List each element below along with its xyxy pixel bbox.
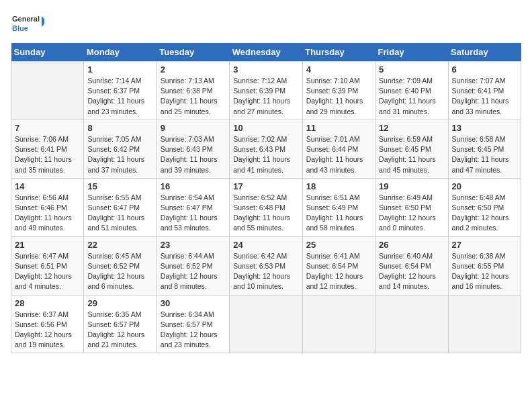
calendar-cell: 18Sunrise: 6:51 AM Sunset: 6:49 PM Dayli… [302, 178, 375, 236]
day-number: 26 [379, 240, 444, 250]
day-number: 15 [87, 181, 152, 191]
calendar-cell: 20Sunrise: 6:48 AM Sunset: 6:50 PM Dayli… [448, 178, 521, 236]
calendar-week-2: 7Sunrise: 7:06 AM Sunset: 6:41 PM Daylig… [11, 120, 521, 178]
calendar-cell: 26Sunrise: 6:40 AM Sunset: 6:54 PM Dayli… [375, 236, 448, 295]
day-detail: Sunrise: 6:42 AM Sunset: 6:53 PM Dayligh… [233, 251, 298, 292]
day-detail: Sunrise: 6:40 AM Sunset: 6:54 PM Dayligh… [379, 251, 444, 292]
day-number: 28 [15, 298, 80, 308]
calendar-cell: 28Sunrise: 6:37 AM Sunset: 6:56 PM Dayli… [11, 295, 84, 353]
svg-text:General: General [12, 15, 40, 23]
day-number: 29 [87, 298, 152, 308]
calendar-cell: 14Sunrise: 6:56 AM Sunset: 6:46 PM Dayli… [11, 178, 84, 236]
weekday-header-thursday: Thursday [302, 43, 375, 62]
calendar-week-3: 14Sunrise: 6:56 AM Sunset: 6:46 PM Dayli… [11, 178, 521, 236]
calendar-cell [375, 295, 448, 353]
day-detail: Sunrise: 6:45 AM Sunset: 6:52 PM Dayligh… [87, 251, 152, 292]
day-number: 3 [233, 64, 298, 75]
day-detail: Sunrise: 7:02 AM Sunset: 6:43 PM Dayligh… [233, 134, 298, 175]
calendar-cell: 22Sunrise: 6:45 AM Sunset: 6:52 PM Dayli… [84, 236, 157, 295]
weekday-header-wednesday: Wednesday [230, 43, 302, 62]
weekday-header-tuesday: Tuesday [157, 43, 229, 62]
calendar-cell [302, 295, 375, 353]
calendar-cell: 15Sunrise: 6:55 AM Sunset: 6:47 PM Dayli… [84, 178, 157, 236]
day-detail: Sunrise: 6:54 AM Sunset: 6:47 PM Dayligh… [161, 193, 226, 234]
day-number: 19 [379, 181, 444, 191]
day-number: 21 [15, 240, 80, 250]
calendar-cell: 25Sunrise: 6:41 AM Sunset: 6:54 PM Dayli… [302, 236, 375, 295]
calendar-week-5: 28Sunrise: 6:37 AM Sunset: 6:56 PM Dayli… [11, 295, 521, 353]
calendar-cell: 8Sunrise: 7:05 AM Sunset: 6:42 PM Daylig… [84, 120, 157, 178]
page-header: General Blue [11, 11, 521, 35]
day-detail: Sunrise: 7:10 AM Sunset: 6:39 PM Dayligh… [306, 76, 371, 117]
day-detail: Sunrise: 6:55 AM Sunset: 6:47 PM Dayligh… [87, 193, 152, 234]
calendar-cell: 11Sunrise: 7:01 AM Sunset: 6:44 PM Dayli… [302, 120, 375, 178]
day-number: 23 [161, 240, 226, 250]
calendar-table: SundayMondayTuesdayWednesdayThursdayFrid… [11, 43, 521, 353]
day-number: 2 [161, 64, 226, 75]
day-number: 27 [452, 240, 517, 250]
calendar-cell: 19Sunrise: 6:49 AM Sunset: 6:50 PM Dayli… [375, 178, 448, 236]
calendar-cell: 1Sunrise: 7:14 AM Sunset: 6:37 PM Daylig… [84, 62, 157, 120]
calendar-week-1: 1Sunrise: 7:14 AM Sunset: 6:37 PM Daylig… [11, 62, 521, 120]
day-number: 5 [379, 64, 444, 75]
weekday-header-monday: Monday [84, 43, 157, 62]
day-number: 17 [233, 181, 298, 191]
day-number: 22 [87, 240, 152, 250]
calendar-cell [230, 295, 302, 353]
day-number: 12 [379, 123, 444, 133]
calendar-cell: 3Sunrise: 7:12 AM Sunset: 6:39 PM Daylig… [230, 62, 302, 120]
logo: General Blue [11, 11, 44, 35]
day-number: 30 [161, 298, 226, 308]
day-detail: Sunrise: 6:47 AM Sunset: 6:51 PM Dayligh… [15, 251, 80, 292]
day-number: 16 [161, 181, 226, 191]
day-detail: Sunrise: 7:12 AM Sunset: 6:39 PM Dayligh… [233, 76, 298, 117]
weekday-header-sunday: Sunday [11, 43, 84, 62]
calendar-cell: 21Sunrise: 6:47 AM Sunset: 6:51 PM Dayli… [11, 236, 84, 295]
day-number: 13 [452, 123, 517, 133]
day-detail: Sunrise: 6:52 AM Sunset: 6:48 PM Dayligh… [233, 193, 298, 234]
calendar-cell: 16Sunrise: 6:54 AM Sunset: 6:47 PM Dayli… [157, 178, 229, 236]
day-number: 9 [161, 123, 226, 133]
calendar-cell: 12Sunrise: 6:59 AM Sunset: 6:45 PM Dayli… [375, 120, 448, 178]
weekday-header-saturday: Saturday [448, 43, 521, 62]
calendar-cell: 5Sunrise: 7:09 AM Sunset: 6:40 PM Daylig… [375, 62, 448, 120]
day-detail: Sunrise: 6:59 AM Sunset: 6:45 PM Dayligh… [379, 134, 444, 175]
day-detail: Sunrise: 7:07 AM Sunset: 6:41 PM Dayligh… [452, 76, 517, 117]
calendar-cell: 30Sunrise: 6:34 AM Sunset: 6:57 PM Dayli… [157, 295, 229, 353]
day-number: 18 [306, 181, 371, 191]
day-number: 4 [306, 64, 371, 75]
day-detail: Sunrise: 7:14 AM Sunset: 6:37 PM Dayligh… [87, 76, 152, 117]
calendar-cell: 4Sunrise: 7:10 AM Sunset: 6:39 PM Daylig… [302, 62, 375, 120]
day-detail: Sunrise: 7:01 AM Sunset: 6:44 PM Dayligh… [306, 134, 371, 175]
day-detail: Sunrise: 7:09 AM Sunset: 6:40 PM Dayligh… [379, 76, 444, 117]
calendar-cell [448, 295, 521, 353]
day-detail: Sunrise: 6:56 AM Sunset: 6:46 PM Dayligh… [15, 193, 80, 234]
day-number: 25 [306, 240, 371, 250]
calendar-cell: 2Sunrise: 7:13 AM Sunset: 6:38 PM Daylig… [157, 62, 229, 120]
calendar-cell [11, 62, 84, 120]
day-detail: Sunrise: 6:34 AM Sunset: 6:57 PM Dayligh… [161, 310, 226, 351]
day-detail: Sunrise: 7:05 AM Sunset: 6:42 PM Dayligh… [87, 134, 152, 175]
calendar-cell: 24Sunrise: 6:42 AM Sunset: 6:53 PM Dayli… [230, 236, 302, 295]
calendar-week-4: 21Sunrise: 6:47 AM Sunset: 6:51 PM Dayli… [11, 236, 521, 295]
day-number: 1 [87, 64, 152, 75]
day-number: 24 [233, 240, 298, 250]
calendar-cell: 7Sunrise: 7:06 AM Sunset: 6:41 PM Daylig… [11, 120, 84, 178]
calendar-cell: 10Sunrise: 7:02 AM Sunset: 6:43 PM Dayli… [230, 120, 302, 178]
weekday-header-row: SundayMondayTuesdayWednesdayThursdayFrid… [11, 43, 521, 62]
svg-text:Blue: Blue [12, 24, 28, 32]
day-number: 7 [15, 123, 80, 133]
day-number: 14 [15, 181, 80, 191]
logo-svg: General Blue [11, 11, 44, 35]
calendar-cell: 6Sunrise: 7:07 AM Sunset: 6:41 PM Daylig… [448, 62, 521, 120]
day-detail: Sunrise: 6:58 AM Sunset: 6:45 PM Dayligh… [452, 134, 517, 175]
calendar-cell: 29Sunrise: 6:35 AM Sunset: 6:57 PM Dayli… [84, 295, 157, 353]
day-number: 10 [233, 123, 298, 133]
day-detail: Sunrise: 6:49 AM Sunset: 6:50 PM Dayligh… [379, 193, 444, 234]
calendar-cell: 27Sunrise: 6:38 AM Sunset: 6:55 PM Dayli… [448, 236, 521, 295]
day-number: 8 [87, 123, 152, 133]
day-number: 11 [306, 123, 371, 133]
day-detail: Sunrise: 6:51 AM Sunset: 6:49 PM Dayligh… [306, 193, 371, 234]
day-detail: Sunrise: 6:48 AM Sunset: 6:50 PM Dayligh… [452, 193, 517, 234]
weekday-header-friday: Friday [375, 43, 448, 62]
